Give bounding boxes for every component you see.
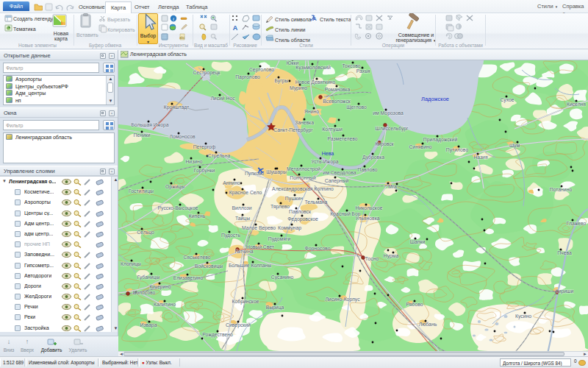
svg-text:Тайцы: Тайцы [235,216,250,222]
svg-text:Форносово: Форносово [305,246,331,252]
svg-text:Синявино: Синявино [409,144,431,149]
svg-text:Коммунар: Коммунар [278,225,301,231]
svg-text:Ульяновка: Ульяновка [355,216,379,221]
svg-text:Пчева: Пчева [557,250,572,255]
svg-text:Глажево: Глажево [567,221,587,226]
svg-text:Токсово: Токсово [342,63,360,68]
svg-text:Сертолово: Сертолово [249,67,274,73]
svg-text:Мурино: Мурино [290,85,307,91]
svg-text:Шум: Шум [509,143,520,149]
svg-text:A: A [233,24,238,32]
svg-text:Путилово: Путилово [446,147,469,153]
svg-text:Разметелево: Разметелево [327,136,357,141]
svg-text:Мга: Мга [388,184,397,189]
svg-text:им Свердлова: им Свердлова [323,170,356,176]
svg-text:Ломоносов: Ломоносов [169,134,195,139]
svg-text:A: A [312,15,317,22]
svg-text:Низино: Низино [185,159,202,164]
svg-text:Пудость: Пудость [221,233,240,238]
svg-text:Большие Колпаны: Большие Колпаны [229,263,271,268]
svg-text:Федоровское: Федоровское [287,216,318,222]
svg-text:Горбунки: Горбунки [194,168,215,174]
svg-text:Кикерино: Кикерино [149,284,171,290]
svg-text:Бугры: Бугры [275,78,289,84]
svg-text:Виллози: Виллози [232,205,252,210]
svg-text:Кировск: Кировск [375,141,393,147]
svg-text:Нева: Нева [322,151,334,156]
svg-text:Оржицы: Оржицы [165,184,184,190]
svg-text:Кузьмоловский: Кузьмоловский [295,65,331,71]
svg-text:Пеники: Пеники [134,132,151,138]
svg-text:Аннино: Аннино [223,180,240,185]
svg-text:Большая Ижора: Большая Ижора [131,122,168,128]
svg-text:Всеволожск: Всеволожск [323,99,351,104]
svg-text:Щеглово: Щеглово [346,105,367,110]
svg-text:Гостилицы: Гостилицы [129,188,154,194]
svg-text:Тосно: Тосно [365,256,379,261]
svg-text:Янино: Янино [304,109,319,114]
svg-text:Потанино: Потанино [550,187,573,192]
svg-text:Русско-Высоцкое: Русско-Высоцкое [158,205,198,211]
svg-text:Колтуши: Колтуши [322,127,343,132]
svg-text:Шушары: Шушары [266,169,287,175]
svg-text:им Морозова: им Морозова [373,110,404,116]
svg-text:Усть-Ижора: Усть-Ижора [312,159,339,165]
svg-text:Кобринское: Кобринское [232,299,259,305]
svg-text:Павлово: Павлово [357,167,377,172]
svg-text:Киселня: Киселня [567,102,586,107]
svg-text:Малое Верево: Малое Верево [242,225,276,231]
svg-text:Стрельна: Стрельна [208,153,231,159]
svg-text:Нурма: Нурма [384,253,399,259]
svg-text:Красное Село: Красное Село [229,190,262,196]
svg-text:Назия: Назия [473,155,488,160]
svg-text:Лисино-Корпус: Лисино-Корпус [325,297,360,302]
svg-text:Ладожское: Ладожское [421,96,449,102]
svg-text:Пушкин: Пушкин [285,196,304,202]
svg-text:Кронштадт: Кронштадт [164,105,190,110]
svg-text:Сухое: Сухое [500,97,514,103]
svg-text:abc: abc [179,36,185,40]
svg-text:Рябово: Рябово [406,302,423,307]
svg-text:Санкт-Петербург: Санкт-Петербург [273,127,313,133]
svg-text:Приладожский: Приладожский [423,137,458,143]
svg-text:Шлиссельбург: Шлиссельбург [375,126,409,132]
svg-text:Сестрорецк: Сестрорецк [193,70,220,76]
svg-text:Кипень: Кипень [189,213,206,219]
svg-text:Шапки: Шапки [410,239,426,244]
svg-text:Войсковицы: Войсковицы [195,263,223,269]
svg-text:Кусино: Кусино [515,314,531,319]
svg-text:Елизаветино: Елизаветино [173,275,204,280]
svg-text:Парголово: Парголово [235,74,260,80]
svg-text:Павловск: Павловск [289,209,311,214]
svg-text:Сусанино: Сусанино [271,275,294,280]
svg-text:Заневка: Заневка [295,120,314,125]
svg-text:Рождествено: Рождествено [202,332,233,338]
svg-text:Металлострой: Металлострой [287,166,320,172]
svg-text:Дубровка: Дубровка [362,155,384,160]
svg-text:Вырица: Вырица [266,305,284,311]
svg-text:Губаницы: Губаницы [137,275,160,280]
svg-text:Тярлево: Тярлево [270,204,290,210]
svg-text:Сяськелево: Сяськелево [183,255,210,260]
svg-text:Гатчина: Гатчина [235,249,254,254]
svg-text:Петергоф: Петергоф [193,144,216,150]
svg-text:Калитино: Калитино [154,302,176,307]
svg-text:Никольское: Никольское [356,205,383,210]
svg-text:Тельмана: Тельмана [305,199,328,205]
svg-text:Рахья: Рахья [356,68,370,74]
svg-text:Новое Девяткино: Новое Девяткино [295,79,336,85]
svg-text:Сиверский: Сиверский [226,322,251,328]
svg-text:Пудомяги: Пудомяги [268,236,291,242]
svg-text:Романовка: Романовка [325,87,351,92]
svg-text:Саперный: Саперный [325,178,349,184]
svg-text:Волосово: Волосово [133,290,156,295]
svg-text:Кириши: Кириши [556,289,574,294]
svg-text:Лисий Нос: Лисий Нос [210,96,235,101]
svg-text:Клопицы: Клопицы [121,261,141,267]
svg-text:Понтонный: Понтонный [290,175,316,180]
svg-text:Александровская Колпино: Александровская Колпино [272,186,334,192]
svg-text:Извара: Извара [140,322,157,328]
svg-text:i: i [173,16,174,22]
svg-text:Сельцо: Сельцо [137,230,154,236]
svg-text:Любань: Любань [419,322,437,327]
